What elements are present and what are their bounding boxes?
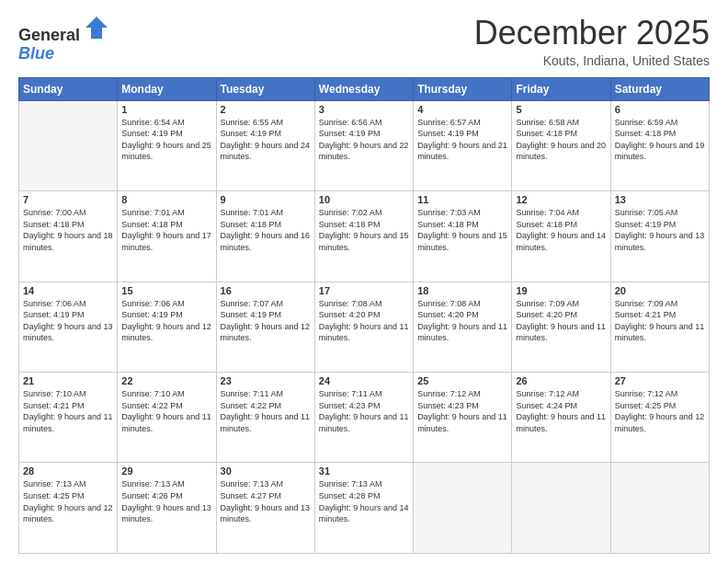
day-info: Sunrise: 7:01 AMSunset: 4:18 PMDaylight:… <box>121 207 211 253</box>
day-info: Sunrise: 7:13 AMSunset: 4:28 PMDaylight:… <box>319 478 409 524</box>
day-info: Sunrise: 7:05 AMSunset: 4:19 PMDaylight:… <box>615 207 705 253</box>
calendar-cell: 29Sunrise: 7:13 AMSunset: 4:26 PMDayligh… <box>118 463 216 554</box>
day-info: Sunrise: 7:12 AMSunset: 4:25 PMDaylight:… <box>615 388 705 434</box>
day-number: 22 <box>121 375 211 386</box>
day-number: 15 <box>121 285 211 296</box>
day-info: Sunrise: 7:09 AMSunset: 4:20 PMDaylight:… <box>516 298 606 344</box>
calendar-cell <box>610 463 709 554</box>
day-info: Sunrise: 6:57 AMSunset: 4:19 PMDaylight:… <box>417 117 507 163</box>
calendar-cell: 11Sunrise: 7:03 AMSunset: 4:18 PMDayligh… <box>414 191 512 282</box>
day-info: Sunrise: 7:07 AMSunset: 4:19 PMDaylight:… <box>221 298 311 344</box>
day-number: 8 <box>121 194 211 205</box>
day-number: 7 <box>23 194 113 205</box>
day-info: Sunrise: 6:54 AMSunset: 4:19 PMDaylight:… <box>121 117 211 163</box>
day-number: 23 <box>221 375 311 386</box>
day-number: 10 <box>319 194 409 205</box>
day-info: Sunrise: 7:11 AMSunset: 4:22 PMDaylight:… <box>221 388 311 434</box>
logo: General Blue <box>18 18 109 63</box>
header: General Blue December 2025 Kouts, Indian… <box>18 15 710 68</box>
day-number: 12 <box>516 194 606 205</box>
calendar-cell: 28Sunrise: 7:13 AMSunset: 4:25 PMDayligh… <box>19 463 118 554</box>
weekday-header-tuesday: Tuesday <box>216 77 314 100</box>
calendar-cell: 21Sunrise: 7:10 AMSunset: 4:21 PMDayligh… <box>19 373 118 463</box>
logo-general: General <box>18 26 80 44</box>
weekday-header-thursday: Thursday <box>414 77 512 100</box>
calendar-cell <box>512 463 610 554</box>
day-number: 24 <box>319 375 409 386</box>
day-info: Sunrise: 7:10 AMSunset: 4:21 PMDaylight:… <box>23 388 113 434</box>
calendar-cell: 31Sunrise: 7:13 AMSunset: 4:28 PMDayligh… <box>314 463 413 554</box>
day-number: 1 <box>121 104 211 115</box>
logo-blue-text: Blue <box>18 45 109 63</box>
calendar-cell: 5Sunrise: 6:58 AMSunset: 4:18 PMDaylight… <box>512 100 610 190</box>
page: General Blue December 2025 Kouts, Indian… <box>0 0 728 563</box>
calendar-cell: 26Sunrise: 7:12 AMSunset: 4:24 PMDayligh… <box>512 373 610 463</box>
day-info: Sunrise: 7:13 AMSunset: 4:26 PMDaylight:… <box>121 478 211 524</box>
svg-marker-0 <box>85 17 108 39</box>
calendar-cell: 27Sunrise: 7:12 AMSunset: 4:25 PMDayligh… <box>610 373 709 463</box>
calendar-cell: 15Sunrise: 7:06 AMSunset: 4:19 PMDayligh… <box>118 282 216 372</box>
calendar-cell: 13Sunrise: 7:05 AMSunset: 4:19 PMDayligh… <box>610 191 709 282</box>
day-info: Sunrise: 7:12 AMSunset: 4:24 PMDaylight:… <box>516 388 606 434</box>
day-info: Sunrise: 6:58 AMSunset: 4:18 PMDaylight:… <box>516 117 606 163</box>
calendar-cell: 24Sunrise: 7:11 AMSunset: 4:23 PMDayligh… <box>314 373 413 463</box>
calendar-cell: 2Sunrise: 6:55 AMSunset: 4:19 PMDaylight… <box>216 100 314 190</box>
day-number: 17 <box>319 285 409 296</box>
day-number: 3 <box>319 104 409 115</box>
title-block: December 2025 Kouts, Indiana, United Sta… <box>474 15 710 68</box>
calendar-cell: 8Sunrise: 7:01 AMSunset: 4:18 PMDaylight… <box>118 191 216 282</box>
day-number: 11 <box>417 194 507 205</box>
calendar-table: SundayMondayTuesdayWednesdayThursdayFrid… <box>18 77 710 554</box>
day-number: 9 <box>221 194 311 205</box>
calendar-cell: 10Sunrise: 7:02 AMSunset: 4:18 PMDayligh… <box>314 191 413 282</box>
calendar-cell: 14Sunrise: 7:06 AMSunset: 4:19 PMDayligh… <box>19 282 118 372</box>
calendar-cell: 6Sunrise: 6:59 AMSunset: 4:18 PMDaylight… <box>610 100 709 190</box>
day-info: Sunrise: 7:12 AMSunset: 4:23 PMDaylight:… <box>417 388 507 434</box>
calendar-cell: 20Sunrise: 7:09 AMSunset: 4:21 PMDayligh… <box>610 282 709 372</box>
day-info: Sunrise: 7:03 AMSunset: 4:18 PMDaylight:… <box>417 207 507 253</box>
day-number: 28 <box>23 465 113 477</box>
day-info: Sunrise: 7:00 AMSunset: 4:18 PMDaylight:… <box>23 207 113 253</box>
logo-text: General Blue <box>18 18 109 63</box>
day-number: 6 <box>615 104 705 115</box>
calendar-cell: 19Sunrise: 7:09 AMSunset: 4:20 PMDayligh… <box>512 282 610 372</box>
day-info: Sunrise: 7:09 AMSunset: 4:21 PMDaylight:… <box>615 298 705 344</box>
logo-icon <box>84 15 109 40</box>
weekday-header-saturday: Saturday <box>610 77 709 100</box>
calendar-cell <box>414 463 512 554</box>
day-number: 18 <box>417 285 507 296</box>
day-info: Sunrise: 6:59 AMSunset: 4:18 PMDaylight:… <box>615 117 705 163</box>
calendar-cell: 23Sunrise: 7:11 AMSunset: 4:22 PMDayligh… <box>216 373 314 463</box>
day-number: 30 <box>221 465 311 477</box>
calendar-cell: 17Sunrise: 7:08 AMSunset: 4:20 PMDayligh… <box>314 282 413 372</box>
day-number: 13 <box>615 194 705 205</box>
day-number: 21 <box>23 375 113 386</box>
day-info: Sunrise: 6:55 AMSunset: 4:19 PMDaylight:… <box>221 117 311 163</box>
calendar-cell: 9Sunrise: 7:01 AMSunset: 4:18 PMDaylight… <box>216 191 314 282</box>
weekday-header-monday: Monday <box>118 77 216 100</box>
calendar-cell: 1Sunrise: 6:54 AMSunset: 4:19 PMDaylight… <box>118 100 216 190</box>
location: Kouts, Indiana, United States <box>474 53 710 68</box>
day-info: Sunrise: 7:08 AMSunset: 4:20 PMDaylight:… <box>417 298 507 344</box>
day-number: 19 <box>516 285 606 296</box>
calendar-cell: 30Sunrise: 7:13 AMSunset: 4:27 PMDayligh… <box>216 463 314 554</box>
day-number: 29 <box>121 465 211 477</box>
weekday-header-friday: Friday <box>512 77 610 100</box>
calendar-cell: 4Sunrise: 6:57 AMSunset: 4:19 PMDaylight… <box>414 100 512 190</box>
calendar-cell: 22Sunrise: 7:10 AMSunset: 4:22 PMDayligh… <box>118 373 216 463</box>
day-number: 2 <box>221 104 311 115</box>
day-number: 25 <box>417 375 507 386</box>
calendar-cell <box>19 100 118 190</box>
day-info: Sunrise: 7:10 AMSunset: 4:22 PMDaylight:… <box>121 388 211 434</box>
calendar-cell: 25Sunrise: 7:12 AMSunset: 4:23 PMDayligh… <box>414 373 512 463</box>
month-title: December 2025 <box>474 15 710 52</box>
day-info: Sunrise: 7:04 AMSunset: 4:18 PMDaylight:… <box>516 207 606 253</box>
day-info: Sunrise: 7:01 AMSunset: 4:18 PMDaylight:… <box>221 207 311 253</box>
day-info: Sunrise: 7:06 AMSunset: 4:19 PMDaylight:… <box>23 298 113 344</box>
day-info: Sunrise: 7:13 AMSunset: 4:25 PMDaylight:… <box>23 478 113 524</box>
day-info: Sunrise: 6:56 AMSunset: 4:19 PMDaylight:… <box>319 117 409 163</box>
calendar-cell: 16Sunrise: 7:07 AMSunset: 4:19 PMDayligh… <box>216 282 314 372</box>
calendar-cell: 12Sunrise: 7:04 AMSunset: 4:18 PMDayligh… <box>512 191 610 282</box>
day-number: 4 <box>417 104 507 115</box>
weekday-header-sunday: Sunday <box>19 77 118 100</box>
